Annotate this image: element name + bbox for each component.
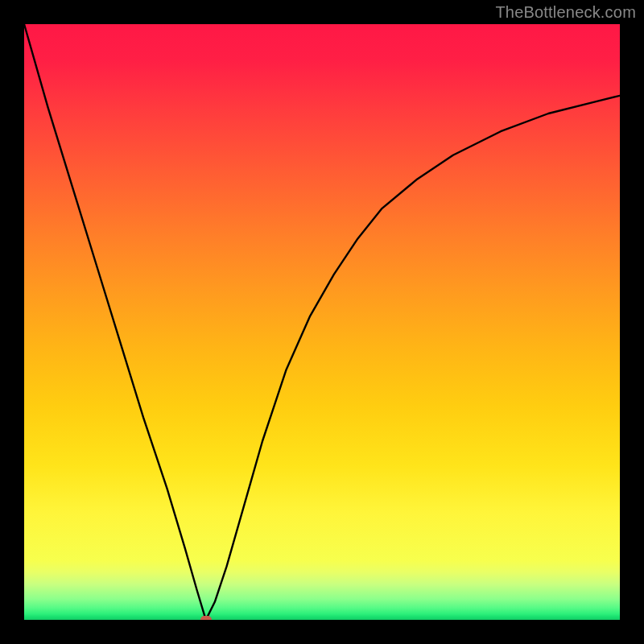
bottleneck-curve bbox=[24, 24, 620, 620]
watermark-text: TheBottleneck.com bbox=[495, 3, 636, 22]
plot-area bbox=[24, 24, 620, 620]
chart-frame: TheBottleneck.com bbox=[0, 0, 644, 644]
optimal-point-marker bbox=[200, 616, 212, 620]
curve-path bbox=[24, 24, 620, 620]
